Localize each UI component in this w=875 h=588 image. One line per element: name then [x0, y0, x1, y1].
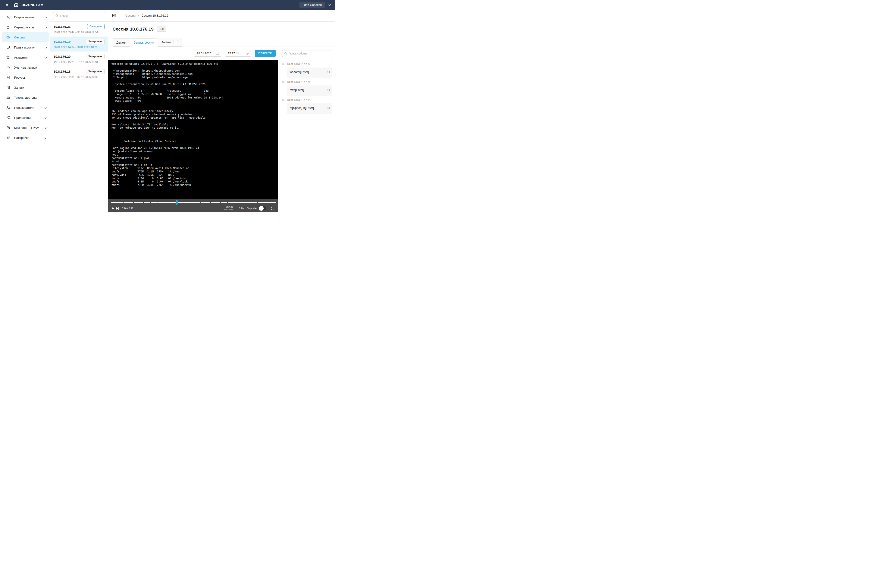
sidebar-item-sessions[interactable]: Сессии	[2, 32, 49, 42]
chevron-down-icon	[45, 16, 47, 19]
sidebar-collapse-button[interactable]: «	[6, 3, 8, 7]
event-command-card[interactable]: df[Space]-h[Enter]	[287, 104, 332, 114]
sidebar-item-access-tickets[interactable]: Тикеты доступа	[0, 93, 50, 102]
sidebar-item-resources[interactable]: Ресурсы	[0, 72, 50, 82]
sidebar-item-applications[interactable]: Приложения	[0, 112, 50, 123]
chevron-down-icon	[45, 136, 47, 140]
event-timestamp: 28.01.2026 15:17:24	[287, 63, 332, 66]
users-icon	[6, 105, 10, 110]
certificates-icon	[6, 25, 10, 30]
protocol-badge: SSH	[157, 27, 166, 32]
gear-icon	[6, 136, 10, 140]
tab-session-recording[interactable]: Запись сессии	[130, 39, 158, 47]
search-icon	[55, 14, 58, 18]
sidebar-item-settings[interactable]: Настройки	[0, 133, 50, 143]
chevron-down-icon	[45, 106, 47, 110]
breadcrumb-sessions-link[interactable]: Сессии	[125, 14, 136, 17]
fullscreen-button[interactable]	[271, 207, 274, 210]
timeline-dot	[282, 99, 284, 101]
chevron-down-icon	[45, 116, 47, 119]
status-badge: Завершена	[86, 39, 105, 44]
sidebar-item-requests[interactable]: Заявки	[0, 82, 50, 93]
collapse-panel-icon	[112, 14, 116, 18]
copy-icon[interactable]	[327, 106, 330, 110]
sidebar-item-connections[interactable]: Подключения	[0, 12, 50, 22]
sidebar-item-accounts[interactable]: Аккаунты	[0, 52, 50, 62]
play-button[interactable]	[112, 207, 114, 210]
files-count-badge: 0	[173, 40, 178, 44]
chevron-down-icon	[45, 46, 47, 49]
session-list-item[interactable]: 10.8.176.18 Завершена 02.12.2025 02:36 –…	[50, 66, 108, 81]
status-badge: Ожидание	[87, 24, 105, 29]
session-list-panel: 10.8.176.21 Ожидание 29.01.2026 09:42 – …	[50, 10, 108, 225]
breadcrumb: Сессии / Сессия 10.8.176.19	[120, 10, 168, 21]
main-content: Сессии / Сессия 10.8.176.19 Сессия 10.8.…	[108, 10, 335, 225]
player-bar: 0:26 / 0:47 15:17:41 28.01.2026 1.0x Ski…	[108, 199, 278, 212]
session-list-item[interactable]: 10.8.176.20 Завершена 19.12.2025 15:23 –…	[50, 51, 108, 66]
document-user-icon	[6, 86, 10, 90]
event-command-card[interactable]: whoami[Enter]	[287, 68, 332, 78]
event-item: 28.01.2026 15:17:35 df[Space]-h[Enter]	[282, 99, 332, 114]
session-list: 10.8.176.21 Ожидание 29.01.2026 09:42 – …	[50, 22, 108, 81]
copy-icon[interactable]	[327, 88, 330, 92]
timeline-dot	[282, 63, 284, 65]
event-timeline: 28.01.2026 15:17:24 whoami[Enter] 28.01.…	[282, 63, 332, 121]
session-search-input[interactable]	[53, 12, 105, 19]
sidebar-item-certificates[interactable]: Сертификаты	[0, 22, 50, 32]
sidebar-item-users[interactable]: Пользователи	[0, 102, 50, 112]
user-menu-chevron-icon[interactable]	[328, 3, 331, 7]
seekbar-track	[111, 202, 276, 203]
playback-position: 15:17:41 28.01.2026	[224, 206, 233, 211]
event-item: 28.01.2026 15:17:24 whoami[Enter]	[282, 63, 332, 78]
bizone-pam-app: « BI.ZONE PAM Глеб Сорокин Подключения С…	[0, 0, 335, 225]
connections-icon	[6, 15, 10, 20]
chevron-down-icon	[45, 26, 47, 29]
ticket-icon	[6, 96, 10, 100]
brand-title: BI.ZONE PAM	[22, 3, 43, 7]
session-list-item[interactable]: 10.8.176.19 Завершена 28.01.2026 14:37– …	[50, 36, 108, 51]
clock-icon	[246, 51, 249, 55]
search-icon	[284, 52, 287, 56]
copy-icon[interactable]	[327, 70, 330, 74]
event-item: 28.01.2026 15:17:28 pwd[Enter]	[282, 81, 332, 96]
chevron-down-icon	[45, 126, 47, 129]
event-command-card[interactable]: pwd[Enter]	[287, 86, 332, 96]
bizone-logo-icon	[13, 2, 19, 8]
player-seekbar[interactable]	[111, 200, 276, 205]
terminal-output: Welcome to Ubuntu 22.04.1 LTS (GNU/Linux…	[111, 62, 278, 187]
cube-icon	[6, 126, 10, 130]
tab-details[interactable]: Детали	[112, 39, 130, 46]
next-event-button[interactable]	[116, 207, 119, 210]
events-panel: 28.01.2026 15:17:24 whoami[Enter] 28.01.…	[279, 47, 335, 225]
recording-section: 28.01.2026 15:17:41 ПЕРЕЙТИ Welcome to U…	[108, 47, 279, 225]
collapse-list-panel-button[interactable]	[108, 10, 120, 21]
session-list-item[interactable]: 10.8.176.21 Ожидание 29.01.2026 09:42 – …	[50, 22, 108, 36]
chevron-down-icon	[45, 56, 47, 59]
skip-idle-toggle[interactable]	[259, 206, 267, 210]
status-badge: Завершена	[86, 69, 105, 74]
playback-time: 0:26 / 0:47	[122, 207, 133, 210]
jump-toolbar: 28.01.2026 15:17:41 ПЕРЕЙТИ	[108, 47, 279, 60]
calendar-icon	[216, 51, 219, 55]
playback-speed[interactable]: 1.0x	[239, 207, 244, 210]
topbar: « BI.ZONE PAM Глеб Сорокин	[0, 0, 335, 10]
skip-idle-label: Skip idle	[247, 207, 256, 210]
sidebar-item-access-rights[interactable]: Права и доступ	[0, 42, 50, 52]
user-menu-button[interactable]: Глеб Сорокин	[300, 2, 325, 8]
tab-files[interactable]: Файлы 0	[158, 38, 182, 46]
breadcrumb-current: Сессия 10.8.176.19	[141, 14, 168, 17]
event-timestamp: 28.01.2026 15:17:28	[287, 81, 332, 84]
go-button[interactable]: ПЕРЕЙТИ	[255, 50, 276, 57]
user-name: Глеб Сорокин	[303, 3, 322, 7]
sidebar: Подключения Сертификаты Сессии Права и д…	[0, 10, 50, 225]
time-input[interactable]: 15:17:41	[225, 50, 251, 57]
sidebar-item-credentials[interactable]: Учетные записи	[0, 62, 50, 72]
sidebar-item-pam-components[interactable]: Компоненты PAM	[0, 123, 50, 133]
event-timestamp: 28.01.2026 15:17:35	[287, 99, 332, 102]
event-search-input[interactable]	[282, 50, 332, 57]
player-playhead[interactable]	[175, 200, 178, 205]
tabs: Детали Запись сессии Файлы 0	[108, 38, 335, 47]
date-input[interactable]: 28.01.2026	[194, 50, 221, 57]
timeline-dot	[282, 81, 284, 83]
accounts-hierarchy-icon	[6, 56, 10, 60]
